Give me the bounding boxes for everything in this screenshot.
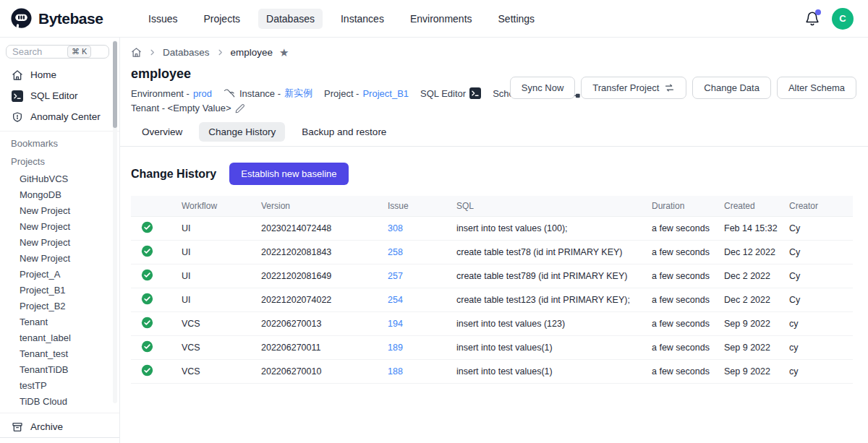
project-item-new-project[interactable]: New Project: [0, 218, 119, 234]
issue-link[interactable]: 188: [388, 366, 403, 377]
project-meta: Project - Project_B1: [324, 88, 409, 99]
pencil-icon[interactable]: [235, 103, 245, 113]
table-row[interactable]: UI20230214072448308insert into test valu…: [131, 217, 853, 241]
brand[interactable]: Bytebase: [10, 7, 127, 30]
issue-link[interactable]: 308: [388, 223, 403, 233]
table-row[interactable]: VCS202206270010188insert into test value…: [131, 360, 853, 384]
meta-row-2: Tenant - <Empty Value>: [131, 103, 856, 113]
status-cell: [131, 336, 176, 360]
issue-link[interactable]: 258: [388, 247, 403, 257]
nav-item-issues[interactable]: Issues: [140, 9, 185, 29]
nav-item-environments[interactable]: Environments: [402, 9, 480, 29]
status-cell: [131, 241, 176, 264]
alter-schema-button[interactable]: Alter Schema: [777, 77, 856, 99]
issue-link[interactable]: 257: [388, 271, 403, 281]
archive-icon: [12, 421, 23, 433]
notification-dot: [815, 9, 821, 15]
tab-change-history[interactable]: Change History: [199, 122, 285, 142]
workflow-value: VCS: [182, 343, 200, 353]
project-item-new-project[interactable]: New Project: [0, 250, 119, 266]
sidebar-item-home[interactable]: Home: [0, 64, 119, 85]
change-data-button[interactable]: Change Data: [692, 77, 771, 99]
column-duration: Duration: [646, 196, 718, 217]
workflow-cell: UI: [176, 264, 255, 288]
projects-section-label: Projects: [0, 152, 119, 171]
duration-value: a few seconds: [652, 223, 710, 233]
workflow-cell: VCS: [176, 312, 255, 336]
breadcrumb-databases[interactable]: Databases: [163, 47, 210, 58]
issue-link[interactable]: 194: [388, 319, 403, 329]
project-item-githubvcs[interactable]: GitHubVCS: [0, 171, 119, 186]
bytebase-logo-icon: [10, 7, 33, 30]
table-row[interactable]: VCS202206270011189insert into test value…: [131, 336, 853, 360]
version-value: 20221202081843: [261, 247, 331, 257]
sync-now-button[interactable]: Sync Now: [510, 77, 576, 99]
instance-link[interactable]: 新实例: [284, 87, 312, 100]
nav-item-databases[interactable]: Databases: [258, 9, 323, 29]
project-item-tenanttidb[interactable]: TenantTiDB: [0, 361, 119, 377]
nav-item-projects[interactable]: Projects: [195, 9, 248, 29]
project-item-mongodb[interactable]: MongoDB: [0, 186, 119, 202]
transfer-project-button[interactable]: Transfer Project: [581, 77, 686, 99]
column-workflow: Workflow: [176, 196, 255, 217]
star-icon[interactable]: ★: [279, 47, 289, 58]
mysql-icon: [224, 88, 236, 98]
project-item-new-project[interactable]: New Project: [0, 202, 119, 218]
sidebar-item-label: Home: [30, 69, 56, 80]
sidebar-item-label: SQL Editor: [30, 90, 78, 101]
created-value: Sep 9 2022: [724, 319, 770, 329]
table-row[interactable]: UI20221202081649257create table test789 …: [131, 264, 853, 288]
table-row[interactable]: UI20221202081843258create table test78 (…: [131, 241, 853, 264]
home-icon[interactable]: [131, 47, 142, 58]
sidebar-item-archive[interactable]: Archive: [0, 416, 119, 437]
creator-cell: Cy: [783, 241, 853, 264]
project-item-tenant[interactable]: Tenant: [0, 314, 119, 330]
shield-icon: [12, 111, 23, 123]
sidebar-scrollbar-thumb[interactable]: [113, 41, 117, 128]
search-input[interactable]: [12, 46, 64, 57]
table-row[interactable]: VCS202206270013194insert into test value…: [131, 312, 853, 336]
topbar-right: C: [804, 8, 854, 30]
project-item-tidb-cloud[interactable]: TiDB Cloud: [0, 393, 119, 409]
duration-cell: a few seconds: [646, 336, 718, 360]
issue-cell: 258: [382, 241, 451, 264]
sidebar-divider: [0, 131, 119, 132]
establish-baseline-button[interactable]: Establish new baseline: [229, 163, 348, 185]
avatar[interactable]: C: [832, 8, 854, 30]
archive-block: Archive: [0, 409, 119, 437]
workflow-value: UI: [182, 247, 191, 257]
duration-cell: a few seconds: [646, 264, 718, 288]
table-header-row: WorkflowVersionIssueSQLDurationCreatedCr…: [131, 196, 853, 217]
projects-list: GitHubVCSMongoDBNew ProjectNew ProjectNe…: [0, 171, 119, 409]
status-cell: [131, 360, 176, 384]
project-item-tenant-label[interactable]: tenant_label: [0, 330, 119, 345]
project-item-testtp[interactable]: testTP: [0, 377, 119, 393]
workflow-cell: UI: [176, 241, 255, 264]
sidebar-item-sql-editor[interactable]: SQL Editor: [0, 85, 119, 106]
environment-link[interactable]: prod: [193, 88, 212, 99]
project-item-project-b2[interactable]: Project_B2: [0, 298, 119, 314]
sidebar-item-anomaly-center[interactable]: Anomaly Center: [0, 106, 119, 127]
nav-item-instances[interactable]: Instances: [333, 9, 392, 29]
project-item-project-a[interactable]: Project_A: [0, 266, 119, 282]
issue-link[interactable]: 254: [388, 295, 403, 305]
nav-item-settings[interactable]: Settings: [490, 9, 543, 29]
issue-cell: 194: [382, 312, 451, 336]
project-item-new-project[interactable]: New Project: [0, 234, 119, 250]
sql-value: insert into test values(1): [456, 343, 553, 353]
project-link[interactable]: Project_B1: [362, 88, 409, 99]
terminal-icon: [12, 90, 23, 102]
issue-link[interactable]: 189: [388, 343, 403, 353]
instance-meta: Instance - 新实例: [224, 87, 312, 100]
workflow-value: UI: [182, 295, 191, 305]
tab-overview[interactable]: Overview: [132, 122, 192, 142]
tab-backup-and-restore[interactable]: Backup and restore: [292, 122, 396, 142]
search-box[interactable]: ⌘ K: [6, 45, 109, 59]
sidebar-divider: [0, 413, 119, 413]
sql-editor-shortcut[interactable]: SQL Editor: [420, 87, 481, 99]
project-item-tenant-test[interactable]: Tenant_test: [0, 345, 119, 361]
sql-value: insert into test values(1): [456, 366, 553, 377]
project-item-project-b1[interactable]: Project_B1: [0, 282, 119, 298]
notifications-button[interactable]: [804, 11, 820, 27]
table-row[interactable]: UI20221202074022254create table test123 …: [131, 288, 853, 312]
